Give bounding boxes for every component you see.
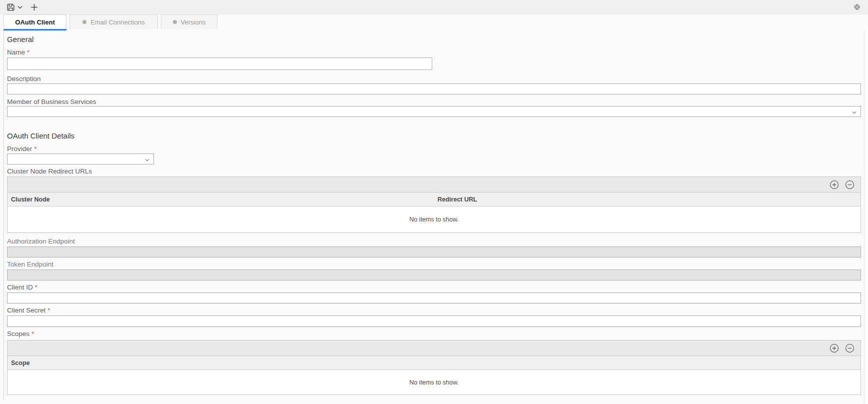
client-id-input[interactable]	[7, 292, 861, 304]
member-of-business-services-label: Member of Business Services	[7, 98, 96, 106]
column-header-cluster-node: Cluster Node	[7, 196, 434, 203]
tab-email-connections[interactable]: Email Connections	[69, 14, 158, 29]
scopes-table-empty-body: No items to show.	[7, 370, 861, 394]
panel-left-border	[3, 30, 4, 400]
cluster-table-header: Cluster Node Redirect URL	[7, 192, 861, 206]
tab-disabled-dot-icon	[82, 20, 86, 24]
name-label: Name*	[7, 48, 29, 56]
cluster-node-redirect-urls-label: Cluster Node Redirect URLs	[7, 168, 92, 175]
remove-row-minus-circle-icon[interactable]	[845, 344, 855, 353]
authorization-endpoint-label: Authorization Endpoint	[7, 238, 75, 245]
column-header-redirect-url: Redirect URL	[434, 196, 477, 203]
add-row-plus-circle-icon[interactable]	[830, 344, 839, 353]
remove-row-minus-circle-icon[interactable]	[845, 180, 855, 190]
empty-message: No items to show.	[409, 379, 459, 386]
member-of-business-services-select[interactable]	[7, 106, 861, 117]
token-endpoint-input	[7, 270, 861, 280]
column-header-scope: Scope	[7, 360, 30, 366]
required-marker: *	[35, 284, 37, 291]
token-endpoint-label: Token Endpoint	[7, 260, 53, 268]
panel-right-border	[864, 30, 865, 404]
description-label: Description	[7, 75, 41, 82]
provider-select[interactable]	[7, 154, 154, 164]
save-icon[interactable]	[6, 3, 15, 12]
chevron-down-icon	[852, 107, 857, 116]
description-input[interactable]	[7, 84, 861, 94]
right-gutter	[865, 30, 868, 404]
add-tab-plus-icon[interactable]	[30, 4, 38, 11]
scopes-table-toolbar	[7, 340, 861, 356]
empty-message: No items to show.	[409, 216, 459, 223]
chevron-down-icon	[145, 154, 149, 164]
provider-label: Provider*	[7, 145, 37, 152]
scopes-table-header: Scope	[7, 356, 861, 370]
cluster-node-redirect-urls-table: Cluster Node Redirect URL No items to sh…	[7, 176, 861, 233]
required-marker: *	[31, 330, 34, 338]
compress-icon[interactable]	[853, 3, 861, 11]
tab-oauth-client[interactable]: OAuth Client	[3, 14, 66, 29]
section-heading-general: General	[7, 35, 33, 44]
scopes-label: Scopes*	[7, 330, 34, 338]
client-secret-input[interactable]	[7, 316, 861, 327]
required-marker: *	[47, 306, 50, 314]
tab-label: Versions	[181, 18, 206, 26]
authorization-endpoint-input	[7, 246, 861, 258]
tab-label: OAuth Client	[15, 18, 54, 26]
client-id-label: Client ID*	[7, 284, 37, 291]
required-marker: *	[34, 145, 36, 152]
client-secret-label: Client Secret*	[7, 306, 50, 314]
save-menu-chevron-down-icon[interactable]	[17, 6, 22, 9]
toolbar	[0, 0, 868, 14]
tab-versions[interactable]: Versions	[161, 14, 217, 29]
tab-label: Email Connections	[90, 18, 144, 26]
required-marker: *	[27, 48, 29, 56]
tab-disabled-dot-icon	[173, 20, 177, 24]
cluster-table-toolbar	[7, 177, 861, 192]
cluster-table-empty-body: No items to show.	[7, 206, 861, 232]
name-input[interactable]	[7, 58, 432, 70]
scopes-table: Scope No items to show.	[7, 340, 861, 395]
section-heading-oauth-client-details: OAuth Client Details	[7, 132, 74, 140]
add-row-plus-circle-icon[interactable]	[830, 180, 839, 190]
tab-bar: OAuth Client Email Connections Versions	[3, 14, 220, 30]
